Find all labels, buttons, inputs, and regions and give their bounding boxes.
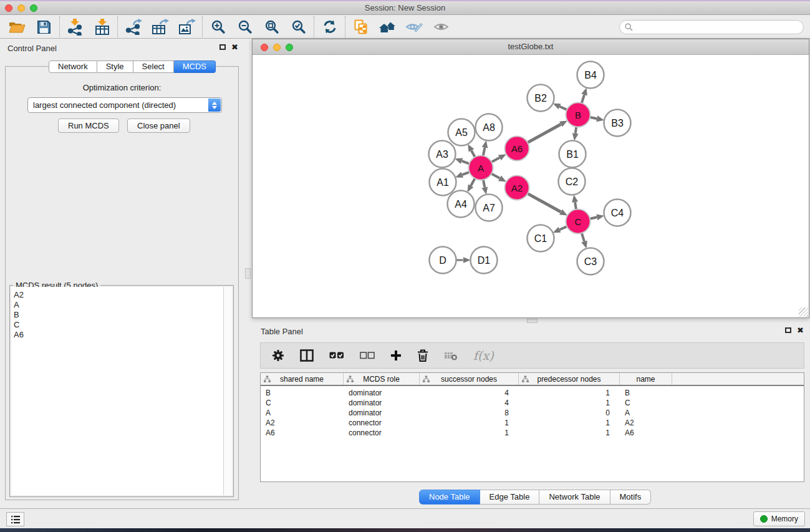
tab-select[interactable]: Select (133, 60, 174, 73)
close-panel-icon[interactable]: ✖ (231, 44, 238, 51)
mcds-result-scrollbar[interactable] (223, 287, 232, 495)
zoom-out-button[interactable] (231, 16, 258, 37)
mcds-result-item[interactable]: B (14, 310, 223, 320)
graph-edge-A-A8[interactable] (483, 148, 485, 157)
mcds-result-item[interactable]: A2 (14, 290, 223, 300)
graph-edge-A-A6[interactable] (491, 158, 499, 162)
table-row[interactable]: A6connector11A6 (261, 428, 804, 438)
add-column-button[interactable] (390, 350, 402, 361)
criterion-dropdown[interactable]: largest connected component (directed) (27, 97, 222, 113)
column-header-MCDS-role[interactable]: MCDS role (344, 373, 420, 385)
graph-node-A2[interactable]: A2 (505, 176, 529, 200)
table-cell[interactable]: B (261, 388, 344, 398)
memory-button[interactable]: Memory (753, 511, 805, 526)
graph-node-A3[interactable]: A3 (429, 141, 456, 168)
mcds-result-list[interactable]: A2ABCA6 (11, 287, 223, 495)
graph-edge-A6-B[interactable] (527, 124, 561, 143)
network-canvas[interactable]: B4B2BB3A8A5A6A3B1AA1C2A2A4A7C4CC1C3DD1 (253, 56, 809, 317)
table-cell[interactable]: A6 (620, 428, 672, 438)
graph-node-A[interactable]: A (469, 156, 493, 180)
table-row[interactable]: A2connector11A2 (261, 418, 804, 428)
function-builder-button[interactable]: f(x) (473, 349, 494, 362)
table-cell[interactable]: A (261, 408, 344, 418)
search-box[interactable] (619, 20, 804, 34)
show-details-button[interactable] (428, 16, 455, 37)
close-panel-button[interactable]: Close panel (127, 118, 190, 133)
table-cell[interactable]: C (261, 398, 344, 408)
column-header-name[interactable]: name (620, 373, 672, 385)
graph-node-B3[interactable]: B3 (604, 110, 631, 137)
float-panel-icon[interactable] (219, 44, 226, 50)
graph-edge-B-B4[interactable] (582, 95, 584, 104)
graph-node-A5[interactable]: A5 (448, 119, 475, 146)
tab-network[interactable]: Network (49, 60, 97, 73)
split-view-button[interactable] (300, 349, 314, 362)
column-header-shared-name[interactable]: shared name (261, 373, 344, 385)
tab-style[interactable]: Style (97, 60, 133, 73)
graph-node-B[interactable]: B (566, 103, 591, 127)
refresh-button[interactable] (316, 16, 343, 37)
graph-edge-A-A4[interactable] (471, 178, 475, 185)
graph-node-A1[interactable]: A1 (430, 169, 456, 196)
main-titlebar[interactable]: Session: New Session (0, 1, 810, 15)
table-cell[interactable]: 1 (420, 418, 519, 428)
column-header-successor-nodes[interactable]: successor nodes (420, 373, 519, 385)
tab-edge-table[interactable]: Edge Table (480, 490, 540, 505)
graph-edge-C-C1[interactable] (560, 226, 568, 230)
float-table-panel-icon[interactable] (785, 327, 791, 333)
tab-motifs[interactable]: Motifs (610, 490, 652, 505)
task-history-button[interactable] (6, 512, 24, 526)
table-cell[interactable]: 8 (420, 408, 519, 418)
search-input[interactable] (636, 22, 798, 31)
graph-node-A8[interactable]: A8 (476, 114, 503, 141)
home-button[interactable] (374, 16, 401, 37)
graph-node-A7[interactable]: A7 (476, 195, 503, 221)
window-resize-grip[interactable] (799, 307, 808, 317)
export-table-button[interactable] (147, 16, 173, 37)
graph-node-C3[interactable]: C3 (577, 248, 604, 275)
save-session-button[interactable] (31, 16, 57, 37)
tab-network-table[interactable]: Network Table (539, 490, 610, 505)
tab-mcds[interactable]: MCDS (174, 60, 216, 73)
run-mcds-button[interactable]: Run MCDS (58, 118, 119, 133)
vertical-split-grip[interactable] (245, 268, 251, 279)
zoom-in-button[interactable] (205, 16, 231, 37)
table-cell[interactable]: A2 (620, 418, 672, 428)
table-cell[interactable]: 1 (519, 398, 620, 408)
table-cell[interactable]: dominator (344, 388, 420, 398)
table-cell[interactable]: connector (344, 428, 420, 438)
table-cell[interactable]: connector (344, 418, 420, 428)
graph-node-B2[interactable]: B2 (528, 85, 554, 112)
graph-node-D1[interactable]: D1 (471, 247, 498, 274)
graph-node-C[interactable]: C (566, 210, 591, 234)
import-network-button[interactable] (62, 16, 89, 37)
duplicate-network-button[interactable] (347, 16, 374, 37)
delete-table-button[interactable] (444, 351, 458, 360)
table-cell[interactable]: A2 (261, 418, 344, 428)
graph-node-B4[interactable]: B4 (577, 62, 604, 89)
close-table-panel-icon[interactable]: ✖ (797, 327, 804, 334)
mcds-result-item[interactable]: C (14, 320, 223, 330)
table-cell[interactable]: dominator (344, 398, 420, 408)
hide-details-button[interactable] (401, 16, 428, 37)
graph-node-A6[interactable]: A6 (505, 137, 529, 161)
table-cell[interactable]: 4 (420, 398, 519, 408)
tab-node-table[interactable]: Node Table (419, 490, 480, 505)
deselect-all-button[interactable] (360, 351, 375, 360)
table-cell[interactable]: 1 (420, 428, 519, 438)
graph-edge-B-B2[interactable] (560, 107, 568, 110)
graph-edge-A-A2[interactable] (491, 173, 499, 178)
table-cell[interactable]: dominator (344, 408, 420, 418)
graph-edge-C-C3[interactable] (582, 233, 584, 241)
table-cell[interactable]: B (620, 388, 672, 398)
table-cell[interactable]: 0 (519, 408, 620, 418)
export-image-button[interactable] (173, 16, 200, 37)
graph-node-C2[interactable]: C2 (559, 168, 586, 195)
table-row[interactable]: Bdominator41B (261, 388, 804, 398)
graph-edge-A-A3[interactable] (462, 161, 470, 164)
zoom-selected-button[interactable] (285, 16, 312, 37)
table-cell[interactable]: 1 (519, 388, 620, 398)
graph-node-B1[interactable]: B1 (559, 141, 586, 168)
graph-node-D[interactable]: D (430, 247, 456, 274)
mcds-result-item[interactable]: A (14, 300, 223, 310)
